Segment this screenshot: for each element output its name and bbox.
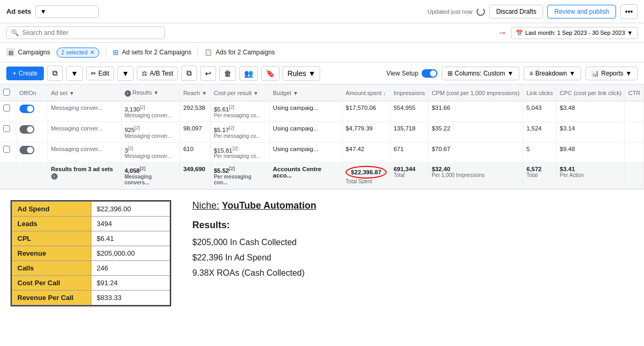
cost-sub-1: Per messaging co... xyxy=(214,133,266,139)
date-range-button[interactable]: 📅 Last month: 1 Sep 2023 - 30 Sep 2023 ▼ xyxy=(511,27,638,39)
row-checkbox-2[interactable] xyxy=(3,146,10,153)
top-bar: Ad sets ▼ Updated just now Discard Draft… xyxy=(0,0,644,23)
delete-button[interactable]: 🗑 xyxy=(219,66,236,81)
edit-dropdown-button[interactable]: ▼ xyxy=(117,66,134,81)
cpm-1: $35.22 xyxy=(428,121,523,142)
ad-sets-tab[interactable]: ⊞ Ad sets for 2 Campaigns xyxy=(113,46,191,59)
cpc-header: CPC (cost per link click) xyxy=(560,90,622,96)
stats-label-4: Calls xyxy=(12,261,91,276)
ads-tab-label: Ads for 2 Campaigns xyxy=(216,49,275,56)
toggle-0[interactable] xyxy=(20,105,34,113)
cpc-2: $9.48 xyxy=(556,142,625,163)
reports-button[interactable]: 📊 Reports ▼ xyxy=(585,67,638,80)
results-sub-2: Messaging conver... xyxy=(125,153,176,159)
amount-spent-1: $4,779.39 xyxy=(342,121,390,142)
ad-set-sort[interactable]: ▼ xyxy=(69,90,74,96)
row-checkbox-1[interactable] xyxy=(3,125,10,132)
niche-prefix: Niche: xyxy=(192,200,219,211)
breakdown-button[interactable]: ≡ Breakdown ▼ xyxy=(524,67,581,80)
search-icon: 🔍 xyxy=(11,29,19,36)
amount-spent-header: Amount spent xyxy=(346,90,381,96)
stats-row: Revenue Per Call $833.33 xyxy=(12,291,170,305)
results-sub-1: Messaging conver... xyxy=(125,133,176,139)
cpm-0: $31.66 xyxy=(428,101,523,122)
discard-drafts-button[interactable]: Discard Drafts xyxy=(489,5,543,18)
rules-button[interactable]: Rules ▼ xyxy=(283,66,321,81)
refresh-icon[interactable] xyxy=(477,7,485,16)
cpm-2: $70.67 xyxy=(428,142,523,163)
total-cost: $5.52 xyxy=(214,167,229,174)
duplicate-button[interactable]: ⧉ xyxy=(47,66,63,81)
reach-sort[interactable]: ▼ xyxy=(202,90,207,96)
columns-icon: ⊞ xyxy=(447,70,453,77)
reach-2: 610 xyxy=(180,142,210,163)
budget-sort[interactable]: ▼ xyxy=(293,90,298,96)
results-sup-1: [2] xyxy=(135,125,140,130)
cost-sort[interactable]: ▼ xyxy=(253,90,258,96)
total-info-icon: i xyxy=(51,173,58,180)
toolbar-right: View Setup ⊞ Columns: Custom ▼ ≡ Breakdo… xyxy=(386,67,638,80)
impressions-header: Impressions xyxy=(394,90,425,96)
view-setup-label: View Setup xyxy=(386,70,418,77)
total-spent-label: Total Spent xyxy=(346,179,387,184)
columns-label: Columns: Custom xyxy=(455,70,505,77)
cost-per-result-2: $15.81 xyxy=(214,147,232,153)
ad-set-name-0: Messaging conver... xyxy=(51,105,118,111)
stats-label-1: Leads xyxy=(12,217,91,231)
ads-tab[interactable]: 📋 Ads for 2 Campaigns xyxy=(204,46,275,58)
total-row: Results from 3 ad sets i 4,058[2] Messag… xyxy=(0,163,644,189)
selected-badge[interactable]: 2 selected ✕ xyxy=(57,48,99,58)
link-clicks-0: 5,043 xyxy=(523,101,556,122)
edit-button[interactable]: ✏ Edit xyxy=(86,67,114,80)
cost-per-result-0: $5.61 xyxy=(214,106,229,113)
people-button[interactable]: 👥 xyxy=(239,66,258,81)
stats-row: Calls 246 xyxy=(12,261,170,276)
total-reach: 349,690 xyxy=(180,163,210,189)
chevron-down-icon: ▼ xyxy=(507,70,514,77)
results-num-0: 3,130 xyxy=(125,106,140,113)
campaigns-tab[interactable]: ▤ Campaigns xyxy=(6,46,50,59)
view-setup: View Setup xyxy=(386,69,437,78)
ab-test-button[interactable]: ⚖ A/B Test xyxy=(137,67,178,80)
toggle-1[interactable] xyxy=(20,125,34,134)
ctr-header: CTR xyxy=(628,90,640,96)
row-checkbox-0[interactable] xyxy=(3,105,10,111)
amount-sort-arrow[interactable]: ↓ xyxy=(383,90,386,96)
total-cpc: $3.41 xyxy=(560,166,575,172)
review-publish-button[interactable]: Review and publish xyxy=(547,5,616,18)
selected-count: 2 selected xyxy=(61,49,88,55)
bookmark-button[interactable]: 🔖 xyxy=(261,66,279,81)
results-sort[interactable]: ▼ xyxy=(153,90,158,96)
stats-value-0: $22,396.00 xyxy=(91,202,170,217)
top-bar-left: Ad sets ▼ xyxy=(6,5,99,18)
more-options-button[interactable]: ••• xyxy=(620,4,638,19)
ad-sets-tab-label: Ad sets for 2 Campaigns xyxy=(122,49,191,56)
stats-table: Ad Spend $22,396.00 Leads 3494 CPL $6.41… xyxy=(11,200,171,306)
ctr-0 xyxy=(625,101,644,122)
copy-button[interactable]: ⧉ xyxy=(181,66,197,81)
toggle-2[interactable] xyxy=(20,146,34,154)
results-section: Niche: YouTube Automation Results: $205,… xyxy=(192,200,633,280)
search-input-wrap: 🔍 xyxy=(6,26,165,39)
dropdown-button[interactable]: ▼ xyxy=(66,66,83,81)
results-line1: $205,000 In Cash Collected xyxy=(192,235,633,250)
ad-sets-dropdown[interactable]: ▼ xyxy=(35,5,99,18)
undo-button[interactable]: ↩ xyxy=(200,66,216,81)
info-icon: i xyxy=(125,90,131,97)
select-all-checkbox[interactable] xyxy=(3,89,10,96)
stats-value-6: $833.33 xyxy=(91,291,170,305)
create-label: Create xyxy=(18,70,38,77)
stats-label-0: Ad Spend xyxy=(12,202,91,217)
cpc-1: $3.14 xyxy=(556,121,625,142)
date-range-label: Last month: 1 Sep 2023 - 30 Sep 2023 xyxy=(525,30,625,36)
results-list: $205,000 In Cash Collected $22,396 In Ad… xyxy=(192,235,633,280)
view-setup-toggle[interactable] xyxy=(422,69,437,78)
stats-row: Cost Per Call $91.24 xyxy=(12,276,170,291)
results-sup-0: [2] xyxy=(139,105,145,110)
create-button[interactable]: + Create xyxy=(6,67,44,80)
search-input[interactable] xyxy=(22,29,160,36)
stats-value-4: 246 xyxy=(91,261,170,276)
close-badge-icon[interactable]: ✕ xyxy=(90,49,95,56)
columns-button[interactable]: ⊞ Columns: Custom ▼ xyxy=(442,67,519,80)
results-line3: 9.38X ROAs (Cash Collected) xyxy=(192,266,633,281)
